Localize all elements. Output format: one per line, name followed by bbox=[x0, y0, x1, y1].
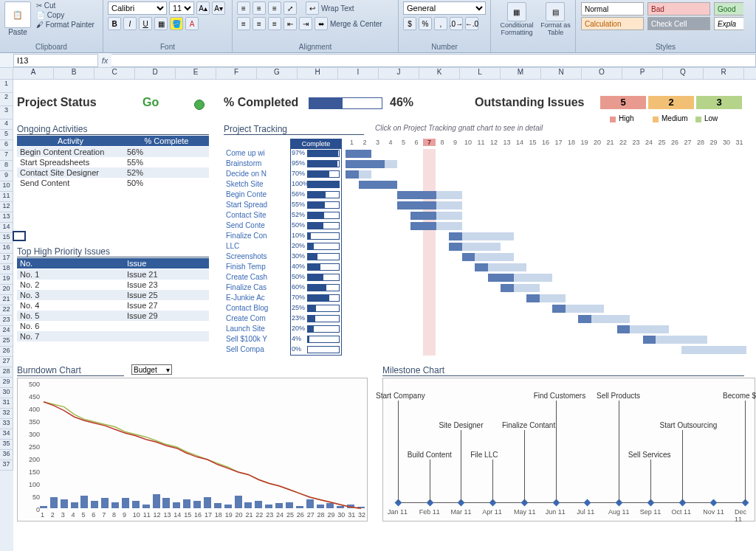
style-bad[interactable]: Bad bbox=[647, 2, 710, 15]
align-top-icon[interactable]: ≡ bbox=[237, 1, 250, 15]
row-header-22[interactable]: 22 bbox=[0, 305, 13, 316]
fill-color-button[interactable]: 🪣 bbox=[170, 17, 183, 30]
row-header-33[interactable]: 33 bbox=[0, 419, 13, 429]
style-good[interactable]: Good bbox=[714, 2, 743, 15]
row-header-4[interactable]: 4 bbox=[0, 119, 13, 130]
col-header-D[interactable]: D bbox=[135, 68, 176, 79]
style-check-cell[interactable]: Check Cell bbox=[647, 17, 710, 30]
row-header-23[interactable]: 23 bbox=[0, 316, 13, 326]
col-header-J[interactable]: J bbox=[379, 68, 419, 79]
row-header-16[interactable]: 16 bbox=[0, 243, 13, 254]
italic-button[interactable]: I bbox=[123, 17, 137, 30]
col-header-Q[interactable]: Q bbox=[663, 68, 704, 79]
col-header-K[interactable]: K bbox=[419, 68, 460, 79]
burndown-dropdown[interactable]: Budget▾ bbox=[131, 364, 172, 375]
wrap-text-button[interactable]: ↩ bbox=[306, 1, 319, 15]
row-header-9[interactable]: 9 bbox=[0, 171, 13, 181]
align-center-icon[interactable]: ≡ bbox=[252, 17, 266, 30]
milestone-chart[interactable]: Jan 11Feb 11Mar 11Apr 11May 11Jun 11Jul … bbox=[382, 378, 755, 521]
row-header-36[interactable]: 36 bbox=[0, 450, 13, 460]
row-header-3[interactable]: 3 bbox=[0, 106, 13, 119]
align-left-icon[interactable]: ≡ bbox=[237, 17, 250, 30]
col-header-A[interactable]: A bbox=[13, 68, 54, 79]
row-header-21[interactable]: 21 bbox=[0, 295, 13, 305]
row-header-17[interactable]: 17 bbox=[0, 254, 13, 264]
row-header-2[interactable]: 2 bbox=[0, 93, 13, 106]
burndown-chart[interactable]: 0501001502002503003504004505001234567891… bbox=[17, 378, 368, 521]
row-header-25[interactable]: 25 bbox=[0, 336, 13, 347]
col-header-L[interactable]: L bbox=[460, 68, 501, 79]
col-header-G[interactable]: G bbox=[257, 68, 298, 79]
conditional-formatting-button[interactable]: ▦ Conditional Formatting bbox=[495, 2, 538, 36]
row-header-12[interactable]: 12 bbox=[0, 202, 13, 212]
col-header-I[interactable]: I bbox=[338, 68, 379, 79]
row-header-18[interactable]: 18 bbox=[0, 264, 13, 274]
col-header-F[interactable]: F bbox=[216, 68, 257, 79]
format-as-table-button[interactable]: ▤ Format as Table bbox=[540, 2, 571, 36]
row-header-31[interactable]: 31 bbox=[0, 398, 13, 409]
style-explanatory[interactable]: Expla bbox=[714, 17, 743, 30]
row-header-5[interactable]: 5 bbox=[0, 130, 13, 140]
col-header-M[interactable]: M bbox=[501, 68, 541, 79]
row-header-8[interactable]: 8 bbox=[0, 161, 13, 171]
col-header-R[interactable]: R bbox=[704, 68, 744, 79]
row-header-35[interactable]: 35 bbox=[0, 440, 13, 450]
copy-button[interactable]: 📄 Copy bbox=[36, 11, 94, 19]
indent-inc-icon[interactable]: ⇥ bbox=[299, 17, 312, 30]
style-normal[interactable]: Normal bbox=[581, 2, 644, 15]
name-box[interactable] bbox=[13, 54, 98, 67]
align-bottom-icon[interactable]: ≡ bbox=[268, 1, 281, 15]
row-header-28[interactable]: 28 bbox=[0, 367, 13, 378]
row-header-15[interactable]: 15 bbox=[0, 233, 13, 243]
font-color-button[interactable]: A bbox=[185, 17, 199, 30]
col-header-B[interactable]: B bbox=[54, 68, 94, 79]
row-header-6[interactable]: 6 bbox=[0, 140, 13, 150]
select-all-corner[interactable] bbox=[0, 68, 13, 79]
col-header-H[interactable]: H bbox=[298, 68, 338, 79]
style-calculation[interactable]: Calculation bbox=[581, 17, 644, 30]
merge-button[interactable]: ⬌ bbox=[315, 17, 328, 30]
row-header-29[interactable]: 29 bbox=[0, 378, 13, 388]
worksheet[interactable]: Project StatusGo% Completed46%Outstandin… bbox=[13, 80, 756, 551]
increase-font-icon[interactable]: A▴ bbox=[196, 1, 210, 15]
row-header-27[interactable]: 27 bbox=[0, 357, 13, 367]
row-header-32[interactable]: 32 bbox=[0, 409, 13, 419]
row-header-30[interactable]: 30 bbox=[0, 388, 13, 398]
row-header-24[interactable]: 24 bbox=[0, 326, 13, 336]
col-header-E[interactable]: E bbox=[176, 68, 216, 79]
decrease-font-icon[interactable]: A▾ bbox=[212, 1, 225, 15]
formula-bar[interactable] bbox=[111, 54, 756, 67]
border-button[interactable]: ▦ bbox=[154, 17, 168, 30]
inc-decimal-icon[interactable]: .0→ bbox=[450, 17, 463, 30]
underline-button[interactable]: U bbox=[139, 17, 152, 30]
col-header-N[interactable]: N bbox=[541, 68, 582, 79]
fx-icon[interactable]: fx bbox=[98, 56, 111, 65]
col-header-P[interactable]: P bbox=[622, 68, 663, 79]
font-name-select[interactable]: Calibri bbox=[108, 1, 167, 15]
align-right-icon[interactable]: ≡ bbox=[268, 17, 281, 30]
row-header-26[interactable]: 26 bbox=[0, 347, 13, 357]
row-header-10[interactable]: 10 bbox=[0, 181, 13, 192]
comma-icon[interactable]: , bbox=[434, 17, 447, 30]
row-header-20[interactable]: 20 bbox=[0, 285, 13, 295]
col-header-C[interactable]: C bbox=[94, 68, 135, 79]
percent-icon[interactable]: % bbox=[419, 17, 432, 30]
bold-button[interactable]: B bbox=[108, 17, 121, 30]
format-painter-button[interactable]: 🖌 Format Painter bbox=[36, 21, 94, 29]
paste-button[interactable]: 📋 bbox=[4, 1, 31, 28]
number-format-select[interactable]: General bbox=[403, 1, 486, 15]
font-size-select[interactable]: 11 bbox=[169, 1, 194, 15]
row-header-13[interactable]: 13 bbox=[0, 212, 13, 223]
dec-decimal-icon[interactable]: ←.0 bbox=[465, 17, 478, 30]
currency-icon[interactable]: $ bbox=[403, 17, 416, 30]
row-header-34[interactable]: 34 bbox=[0, 429, 13, 440]
row-header-19[interactable]: 19 bbox=[0, 274, 13, 285]
orientation-icon[interactable]: ⤢ bbox=[284, 1, 297, 15]
row-header-14[interactable]: 14 bbox=[0, 223, 13, 233]
row-header-7[interactable]: 7 bbox=[0, 150, 13, 161]
row-header-11[interactable]: 11 bbox=[0, 192, 13, 202]
row-header-1[interactable]: 1 bbox=[0, 80, 13, 93]
cut-button[interactable]: ✂ Cut bbox=[36, 1, 94, 10]
indent-dec-icon[interactable]: ⇤ bbox=[284, 17, 297, 30]
col-header-O[interactable]: O bbox=[582, 68, 622, 79]
